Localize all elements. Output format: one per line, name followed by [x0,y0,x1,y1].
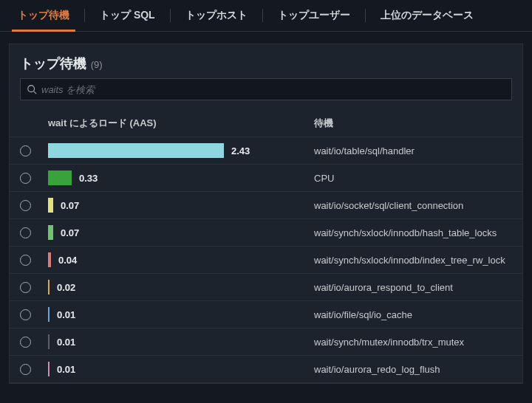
load-value: 0.04 [58,255,77,266]
row-radio[interactable] [20,364,31,375]
row-radio[interactable] [20,282,31,293]
tab-bar: トップ待機トップ SQLトップホストトップユーザー上位のデータベース [0,0,532,32]
row-radio[interactable] [20,173,31,184]
load-value: 0.02 [57,282,75,293]
load-value: 0.33 [79,173,98,184]
tab-separator [170,9,171,22]
load-value: 2.43 [231,145,250,156]
svg-line-1 [34,92,37,94]
row-radio-cell [20,255,48,266]
tab-item[interactable]: トップホスト [175,0,258,31]
row-load-cell: 0.01 [48,362,314,376]
table-row: 0.01wait/io/aurora_redo_log_flush [10,356,522,383]
search-icon [27,84,37,94]
load-bar-wrap: 0.02 [48,280,75,294]
panel-count: (9) [91,59,103,70]
row-radio[interactable] [20,227,31,238]
table-row: 2.43wait/io/table/sql/handler [10,137,522,165]
svg-point-0 [28,86,35,92]
load-value: 0.01 [57,309,75,320]
table-row: 0.04wait/synch/sxlock/innodb/index_tree_… [10,247,522,274]
load-bar [48,143,224,158]
tab-separator [262,9,263,22]
panel-title: トップ待機 [20,56,86,71]
load-bar [48,170,72,185]
tab-item[interactable]: トップ待機 [7,0,80,31]
row-radio[interactable] [20,200,31,211]
load-bar [48,362,50,376]
row-radio-cell [20,337,48,348]
load-bar-wrap: 0.01 [48,307,75,322]
wait-name: wait/io/file/sql/io_cache [314,309,512,320]
tab-separator [365,9,366,22]
load-bar-wrap: 0.04 [48,252,77,267]
table-header: wait によるロード (AAS) 待機 [10,109,522,137]
search-wrap [10,78,522,109]
panel-header: トップ待機 (9) [10,44,522,78]
load-value: 0.01 [57,337,75,348]
wait-name: wait/io/socket/sql/client_connection [314,200,512,211]
load-bar [48,307,50,322]
wait-name: wait/io/table/sql/handler [314,145,512,156]
load-bar-wrap: 0.07 [48,198,79,213]
row-radio-cell [20,145,48,156]
row-radio-cell [20,227,48,238]
load-bar-wrap: 0.07 [48,225,79,240]
load-bar [48,334,50,349]
row-load-cell: 0.02 [48,280,314,294]
row-load-cell: 0.07 [48,225,314,240]
tab-item[interactable]: 上位のデータベース [370,0,484,31]
row-radio-cell [20,282,48,293]
load-bar-wrap: 2.43 [48,143,250,158]
row-load-cell: 2.43 [48,143,314,158]
load-value: 0.07 [61,200,79,211]
load-bar-wrap: 0.33 [48,170,98,185]
wait-name: wait/io/aurora_redo_log_flush [314,364,512,375]
tab-separator [84,9,85,22]
table-row: 0.07wait/io/socket/sql/client_connection [10,192,522,219]
load-value: 0.01 [57,364,75,375]
row-radio-cell [20,309,48,320]
load-bar [48,252,51,267]
load-bar [48,280,50,294]
table-row: 0.01wait/io/file/sql/io_cache [10,301,522,328]
load-bar-wrap: 0.01 [48,362,75,376]
row-load-cell: 0.04 [48,252,314,267]
wait-name: CPU [314,173,512,184]
row-radio[interactable] [20,309,31,320]
wait-name: wait/synch/sxlock/innodb/hash_table_lock… [314,227,512,238]
table-row: 0.01wait/synch/mutex/innodb/trx_mutex [10,328,522,356]
row-radio-cell [20,364,48,375]
row-load-cell: 0.07 [48,198,314,213]
table-row: 0.33CPU [10,165,522,192]
search-input-container[interactable] [20,78,512,100]
wait-name: wait/synch/sxlock/innodb/index_tree_rw_l… [314,255,512,266]
wait-name: wait/io/aurora_respond_to_client [314,282,512,293]
row-radio[interactable] [20,337,31,348]
table-body: 2.43wait/io/table/sql/handler0.33CPU0.07… [10,137,522,383]
col-wait-header[interactable]: 待機 [314,117,512,130]
row-load-cell: 0.01 [48,307,314,322]
top-waits-panel: トップ待機 (9) wait によるロード (AAS) 待機 2.43wait/… [9,44,523,384]
table-row: 0.07wait/synch/sxlock/innodb/hash_table_… [10,219,522,247]
search-input[interactable] [41,84,505,95]
row-radio-cell [20,173,48,184]
table-row: 0.02wait/io/aurora_respond_to_client [10,274,522,301]
load-bar [48,198,53,213]
row-load-cell: 0.33 [48,170,314,185]
load-value: 0.07 [61,227,79,238]
row-load-cell: 0.01 [48,334,314,349]
row-radio-cell [20,200,48,211]
tab-item[interactable]: トップユーザー [267,0,361,31]
wait-name: wait/synch/mutex/innodb/trx_mutex [314,337,512,348]
row-radio[interactable] [20,145,31,156]
row-radio[interactable] [20,255,31,266]
tab-item[interactable]: トップ SQL [89,0,166,31]
load-bar-wrap: 0.01 [48,334,75,349]
load-bar [48,225,53,240]
col-load-header[interactable]: wait によるロード (AAS) [48,117,314,130]
